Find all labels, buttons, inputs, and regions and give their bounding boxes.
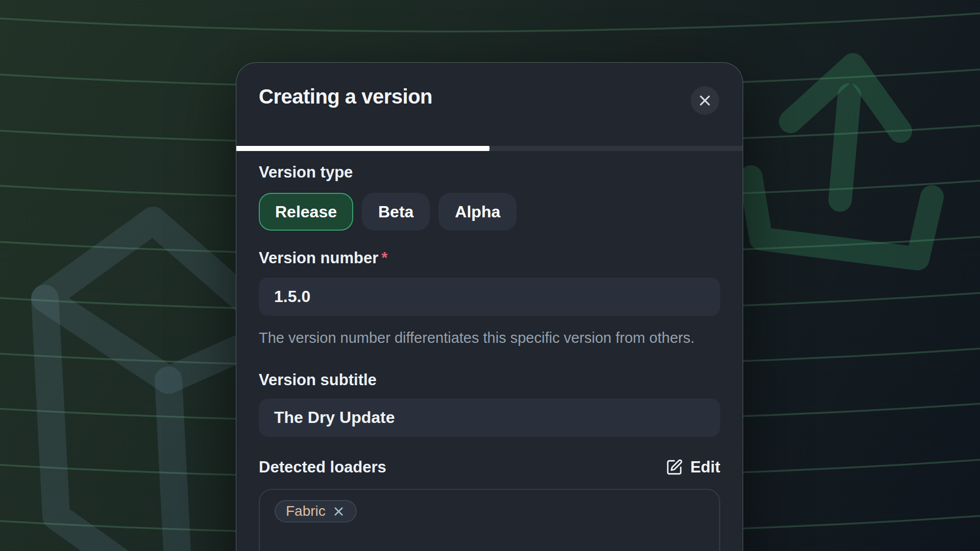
- version-type-label: Version type: [259, 162, 720, 183]
- progress-track: [236, 146, 743, 151]
- loader-chip-label: Fabric: [286, 503, 326, 519]
- create-version-modal: Creating a version Version type Release …: [236, 62, 743, 551]
- modal-body: Version type Release Beta Alpha Version …: [236, 151, 743, 551]
- version-subtitle-input[interactable]: [259, 398, 720, 437]
- version-type-beta-button[interactable]: Beta: [362, 193, 430, 231]
- modal-title: Creating a version: [259, 85, 432, 108]
- version-number-label-row: Version number*: [259, 248, 720, 268]
- version-number-input[interactable]: [259, 278, 720, 316]
- detected-loaders-label: Detected loaders: [259, 457, 386, 478]
- version-type-release-button[interactable]: Release: [259, 193, 353, 231]
- modal-header: Creating a version: [236, 63, 743, 146]
- loader-chip-fabric[interactable]: Fabric: [275, 500, 357, 522]
- detected-loaders-box: Fabric: [259, 489, 720, 551]
- page-background: Creating a version Version type Release …: [0, 0, 980, 551]
- close-icon: [698, 93, 712, 108]
- edit-label: Edit: [690, 458, 720, 477]
- detected-loaders-row: Detected loaders Edit: [259, 457, 720, 478]
- version-number-label: Version number: [259, 249, 378, 267]
- version-type-options: Release Beta Alpha: [259, 193, 720, 231]
- close-button[interactable]: [691, 86, 719, 115]
- version-subtitle-label: Version subtitle: [259, 370, 720, 390]
- version-number-help: The version number differentiates this s…: [259, 326, 720, 349]
- required-asterisk: *: [381, 249, 387, 267]
- progress-fill: [236, 146, 489, 151]
- edit-loaders-button[interactable]: Edit: [666, 458, 720, 477]
- version-type-alpha-button[interactable]: Alpha: [438, 193, 517, 231]
- remove-loader-icon[interactable]: [332, 505, 346, 518]
- edit-icon: [666, 459, 683, 476]
